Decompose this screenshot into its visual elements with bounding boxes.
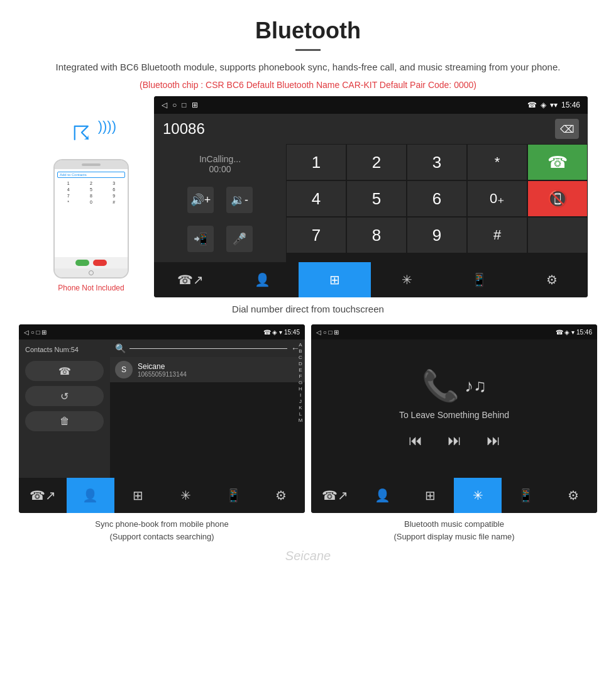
recents-icon: □ — [182, 101, 186, 109]
phone-home-button[interactable] — [89, 270, 94, 275]
header-specs: (Bluetooth chip : CSR BC6 Default Blueto… — [38, 80, 578, 90]
contacts-nav-settings[interactable]: ⚙ — [257, 478, 305, 513]
page-title: Bluetooth — [38, 18, 578, 44]
key-4: 4 — [57, 187, 79, 192]
delete-button[interactable]: ⌫ — [555, 119, 579, 139]
status-bar-right: ☎ ◈ ▾▾ 15:46 — [527, 101, 580, 109]
dial-end-button[interactable]: 📵 — [527, 180, 588, 217]
music-nav-contact[interactable]: 👤 — [359, 478, 407, 513]
phone-top-bar — [55, 160, 128, 169]
contacts-status-bar: ◁ ○ □ ⊞ ☎ ◈ ▾ 15:45 — [19, 324, 305, 339]
music-status-left: ◁ ○ □ ⊞ — [316, 329, 339, 336]
phone-end-button[interactable] — [93, 260, 107, 266]
phone-call-button[interactable] — [75, 260, 89, 266]
music-caption-line2: (Support display music file name) — [393, 532, 514, 541]
music-nav-dialpad[interactable]: ⊞ — [407, 478, 454, 513]
contacts-nav-contact[interactable]: 👤 — [67, 478, 114, 513]
dial-key-star[interactable]: * — [467, 144, 527, 180]
status-time: 15:46 — [561, 101, 580, 109]
call-info: InCalling... 00:00 — [164, 154, 276, 174]
dial-call-button[interactable]: ☎ — [527, 144, 588, 180]
next-track-button[interactable]: ⏭ — [487, 433, 500, 449]
contacts-nav-phone-out[interactable]: 📱 — [209, 478, 257, 513]
dial-key-2[interactable]: 2 — [346, 144, 407, 180]
contacts-search-bar[interactable]: 🔍 ← — [110, 339, 305, 357]
key-8: 8 — [80, 193, 102, 199]
dial-main-area: InCalling... 00:00 🔊+ 🔉- 📲 🎤 1 — [154, 144, 588, 262]
key-1: 1 — [57, 180, 79, 186]
key-9: 9 — [103, 193, 125, 199]
nav-call[interactable]: ☎↗ — [154, 262, 226, 297]
phone-dialpad: 123 456 789 *0# — [57, 180, 125, 205]
contacts-call-btn[interactable]: ☎ — [25, 361, 104, 381]
nav-settings[interactable]: ⚙ — [515, 262, 588, 297]
key-7: 7 — [57, 193, 79, 199]
bluetooth-icon-area: ☈ )))) — [66, 115, 116, 153]
search-icon: 🔍 — [115, 343, 126, 353]
dial-key-4[interactable]: 4 — [286, 180, 346, 217]
phone-screen: Add to Contacts 123 456 789 *0# — [55, 169, 128, 257]
title-divider — [295, 49, 321, 51]
nav-contact[interactable]: 👤 — [226, 262, 299, 297]
dial-key-0plus[interactable]: 0₊ — [467, 180, 527, 217]
dial-status-bar: ◁ ○ □ ⊞ ☎ ◈ ▾▾ 15:46 — [154, 96, 588, 114]
contacts-sync-btn[interactable]: ↺ — [25, 386, 104, 406]
mute-button[interactable]: 🎤 — [226, 226, 253, 252]
music-nav-bluetooth[interactable]: ✳ — [454, 478, 502, 513]
dial-key-hash[interactable]: # — [467, 217, 527, 253]
music-bottom-nav: ☎↗ 👤 ⊞ ✳ 📱 ⚙ — [311, 478, 597, 513]
music-main: 📞 ♪♫ To Leave Something Behind ⏮ ⏭ ⏭ — [311, 339, 597, 478]
play-pause-button[interactable]: ⏭ — [448, 433, 461, 449]
dial-key-7[interactable]: 7 — [286, 217, 346, 253]
search-input-line — [129, 348, 287, 349]
music-nav-call[interactable]: ☎↗ — [311, 478, 359, 513]
volume-up-button[interactable]: 🔊+ — [187, 187, 214, 213]
phone-mockup-section: ☈ )))) Add to Contacts 123 456 789 *0# — [28, 96, 154, 292]
contacts-nav-dialpad[interactable]: ⊞ — [114, 478, 162, 513]
prev-track-button[interactable]: ⏮ — [409, 433, 422, 449]
contacts-delete-btn[interactable]: 🗑 — [25, 411, 104, 431]
dialpad-grid: 1 2 3 * ☎ 4 5 6 0₊ 📵 7 8 9 # — [286, 144, 588, 253]
key-0: 0 — [80, 199, 102, 205]
contacts-status-right: ☎ ◈ ▾ 15:45 — [263, 329, 300, 336]
contact-list-item[interactable]: S Seicane 10655059113144 — [110, 357, 305, 382]
contacts-nav-bluetooth[interactable]: ✳ — [162, 478, 209, 513]
nav-phone-out[interactable]: 📱 — [443, 262, 515, 297]
home-icon: ○ — [172, 101, 177, 109]
contacts-nav-call[interactable]: ☎↗ — [19, 478, 67, 513]
back-icon: ◁ — [162, 101, 167, 109]
contacts-bottom-nav: ☎↗ 👤 ⊞ ✳ 📱 ⚙ — [19, 478, 305, 513]
contact-number: 10655059113144 — [138, 371, 187, 378]
key-hash: # — [103, 199, 125, 205]
bottom-row: ◁ ○ □ ⊞ ☎ ◈ ▾ 15:45 Contacts Num:54 ☎ ↺ … — [19, 324, 597, 513]
dial-key-6[interactable]: 6 — [407, 180, 467, 217]
dial-key-9[interactable]: 9 — [407, 217, 467, 253]
nav-bluetooth[interactable]: ✳ — [371, 262, 443, 297]
call-timer: 00:00 — [164, 164, 276, 174]
status-bar-left: ◁ ○ □ ⊞ — [162, 101, 198, 109]
dial-key-3[interactable]: 3 — [407, 144, 467, 180]
calling-label: InCalling... — [164, 154, 276, 164]
transfer-button[interactable]: 📲 — [187, 226, 214, 252]
contact-avatar: S — [115, 361, 133, 378]
bottom-captions: Sync phone-book from mobile phone (Suppo… — [19, 518, 597, 543]
contacts-caption-line2: (Support contacts searching) — [109, 532, 214, 541]
volume-down-button[interactable]: 🔉- — [226, 187, 253, 213]
phone-image: Add to Contacts 123 456 789 *0# — [53, 159, 129, 279]
phone-status-icon: ☎ — [527, 101, 537, 109]
music-status-bar: ◁ ○ □ ⊞ ☎ ◈ ▾ 15:46 — [311, 324, 597, 339]
dial-key-1[interactable]: 1 — [286, 144, 346, 180]
dial-key-8[interactable]: 8 — [346, 217, 407, 253]
key-2: 2 — [80, 180, 102, 186]
contacts-caption-line1: Sync phone-book from mobile phone — [95, 519, 228, 529]
music-nav-phone-out[interactable]: 📱 — [502, 478, 549, 513]
phone-home-bar — [55, 268, 128, 277]
contacts-main: Contacts Num:54 ☎ ↺ 🗑 🔍 ← S Seicane — [19, 339, 305, 478]
phone-speaker — [82, 163, 101, 166]
key-6: 6 — [103, 187, 125, 192]
contact-info: Seicane 10655059113144 — [138, 362, 187, 378]
music-nav-settings[interactable]: ⚙ — [549, 478, 597, 513]
dial-key-5[interactable]: 5 — [346, 180, 407, 217]
top-row: ☈ )))) Add to Contacts 123 456 789 *0# — [19, 96, 597, 297]
nav-dialpad[interactable]: ⊞ — [299, 262, 371, 297]
